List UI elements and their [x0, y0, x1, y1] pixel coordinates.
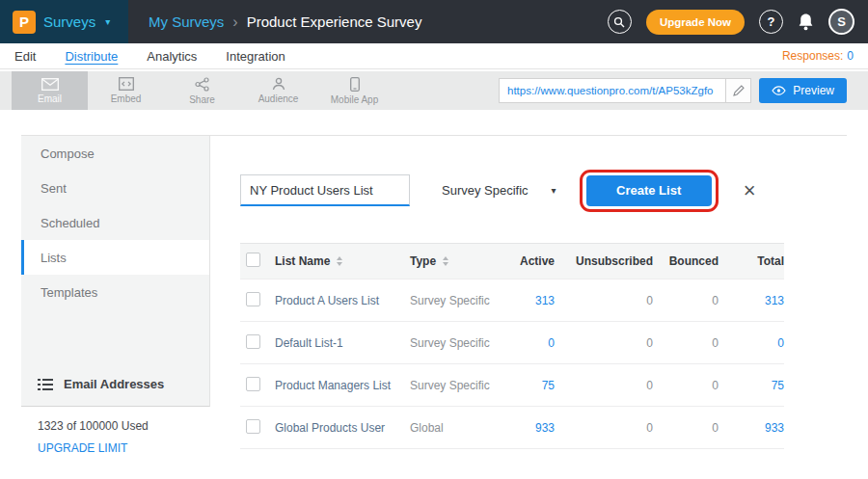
search-icon[interactable] — [608, 10, 632, 34]
toolbar-item-label: Mobile App — [331, 94, 378, 105]
toolbar-item-embed[interactable]: Embed — [88, 71, 164, 110]
table-row: Product Managers List Survey Specific 75… — [240, 364, 784, 407]
sidebar-item-compose[interactable]: Compose — [21, 136, 209, 171]
column-header-active: Active — [504, 254, 555, 268]
lists-panel: Survey Specific ▾ Create List × List Nam… — [210, 136, 847, 479]
active-count[interactable]: 313 — [504, 294, 555, 307]
list-type-selected: Survey Specific — [442, 183, 529, 198]
survey-url-text: https://www.questionpro.com/t/AP53kZgfo — [500, 85, 725, 96]
total-count[interactable]: 313 — [719, 294, 784, 307]
upgrade-now-button[interactable]: Upgrade Now — [646, 10, 745, 35]
row-checkbox[interactable] — [246, 377, 260, 391]
responses-label: Responses: — [782, 49, 843, 63]
sidebar-item-templates[interactable]: Templates — [21, 275, 209, 309]
toolbar-item-audience[interactable]: Audience — [240, 71, 316, 110]
bounced-count: 0 — [653, 421, 719, 435]
topbar-actions: Upgrade Now ? S — [608, 9, 868, 35]
list-type: Survey Specific — [410, 379, 490, 392]
row-checkbox[interactable] — [246, 419, 260, 434]
survey-url-box: https://www.questionpro.com/t/AP53kZgfo — [499, 78, 751, 103]
list-type: Survey Specific — [410, 336, 490, 350]
help-icon[interactable]: ? — [759, 10, 783, 34]
audience-icon — [272, 77, 285, 91]
tab-analytics[interactable]: Analytics — [147, 49, 197, 64]
eye-icon — [772, 86, 786, 95]
list-name-link[interactable]: Global Products User — [275, 421, 385, 435]
column-header-unsubscribed: Unsubscribed — [555, 254, 653, 268]
sort-icon[interactable] — [337, 256, 342, 266]
sidebar-item-sent[interactable]: Sent — [21, 171, 209, 205]
bounced-count: 0 — [653, 336, 719, 350]
total-count[interactable]: 0 — [719, 336, 784, 350]
email-addresses-list-icon — [38, 379, 53, 390]
list-name-link[interactable]: Product Managers List — [275, 379, 391, 392]
responses-count: 0 — [847, 49, 854, 63]
active-count[interactable]: 75 — [504, 379, 555, 392]
unsubscribed-count: 0 — [555, 421, 653, 435]
sidebar-item-lists[interactable]: Lists — [21, 240, 209, 275]
column-header-list-name[interactable]: List Name — [275, 254, 410, 268]
brand-logo: P — [13, 11, 36, 34]
close-icon[interactable]: × — [744, 180, 756, 201]
list-name-link[interactable]: Default List-1 — [275, 336, 343, 350]
table-row: Global Products User Global 933 0 0 933 — [240, 407, 784, 449]
unsubscribed-count: 0 — [555, 294, 653, 307]
toolbar-item-email[interactable]: Email — [12, 71, 88, 110]
preview-button[interactable]: Preview — [759, 78, 847, 103]
preview-label: Preview — [793, 84, 834, 97]
survey-nav-tabs: Edit Distribute Analytics Integration Re… — [0, 43, 868, 69]
user-avatar[interactable]: S — [828, 9, 854, 35]
tab-distribute[interactable]: Distribute — [65, 49, 118, 64]
table-header-row: List Name Type Active Unsubscribed Bounc… — [240, 243, 784, 279]
active-count[interactable]: 933 — [504, 421, 555, 435]
create-list-wrap: Create List — [586, 175, 712, 206]
page-title: Product Experience Survey — [247, 13, 422, 30]
list-name-input[interactable] — [240, 174, 410, 206]
create-list-button[interactable]: Create List — [586, 175, 712, 206]
row-checkbox[interactable] — [246, 292, 260, 306]
edit-url-pencil-icon[interactable] — [725, 79, 750, 102]
list-type: Global — [410, 421, 444, 435]
email-addresses-title: Email Addresses — [64, 377, 164, 391]
list-name-link[interactable]: Product A Users List — [275, 294, 379, 307]
notifications-bell-icon[interactable] — [798, 13, 814, 31]
table-row: Product A Users List Survey Specific 313… — [240, 279, 784, 322]
active-count[interactable]: 0 — [504, 336, 555, 350]
toolbar-item-share[interactable]: Share — [164, 71, 240, 110]
list-type: Survey Specific — [410, 294, 490, 307]
embed-icon — [119, 77, 134, 91]
sidebar-item-scheduled[interactable]: Scheduled — [21, 205, 209, 240]
bounced-count: 0 — [653, 294, 719, 307]
lists-table: List Name Type Active Unsubscribed Bounc… — [240, 243, 784, 449]
toolbar-item-label: Audience — [258, 93, 299, 104]
list-type-dropdown[interactable]: Survey Specific ▾ — [442, 183, 556, 198]
chevron-down-icon: ▾ — [552, 185, 556, 196]
email-sidebar: Compose Sent Scheduled Lists Templates E… — [21, 136, 210, 479]
total-count[interactable]: 933 — [719, 421, 784, 435]
breadcrumb: My Surveys › Product Experience Survey — [149, 13, 421, 31]
row-checkbox[interactable] — [246, 334, 260, 349]
product-name: Surveys — [43, 13, 95, 30]
toolbar-item-mobile-app[interactable]: Mobile App — [316, 71, 393, 110]
sort-icon[interactable] — [443, 256, 448, 266]
select-all-checkbox[interactable] — [246, 253, 260, 267]
upgrade-limit-link[interactable]: UPGRADE LIMIT — [21, 433, 210, 455]
responses-counter: Responses:0 — [782, 49, 854, 63]
column-header-bounced: Bounced — [653, 254, 719, 268]
total-count[interactable]: 75 — [719, 379, 784, 392]
column-header-type[interactable]: Type — [410, 254, 504, 268]
unsubscribed-count: 0 — [555, 336, 653, 350]
breadcrumb-my-surveys[interactable]: My Surveys — [149, 13, 224, 30]
create-list-form: Survey Specific ▾ Create List × — [240, 174, 847, 206]
content-area: Compose Sent Scheduled Lists Templates E… — [21, 135, 847, 479]
tab-integration[interactable]: Integration — [226, 49, 285, 64]
unsubscribed-count: 0 — [555, 379, 653, 392]
breadcrumb-separator: › — [232, 13, 237, 31]
sidebar-spacer — [21, 309, 209, 377]
email-addresses-section: Email Addresses — [21, 377, 209, 406]
table-row: Default List-1 Survey Specific 0 0 0 0 — [240, 322, 784, 364]
toolbar-item-label: Share — [189, 94, 215, 105]
tab-edit[interactable]: Edit — [14, 49, 36, 64]
surveys-menu[interactable]: P Surveys ▾ — [0, 0, 128, 43]
app-window: P Surveys ▾ My Surveys › Product Experie… — [0, 0, 868, 479]
